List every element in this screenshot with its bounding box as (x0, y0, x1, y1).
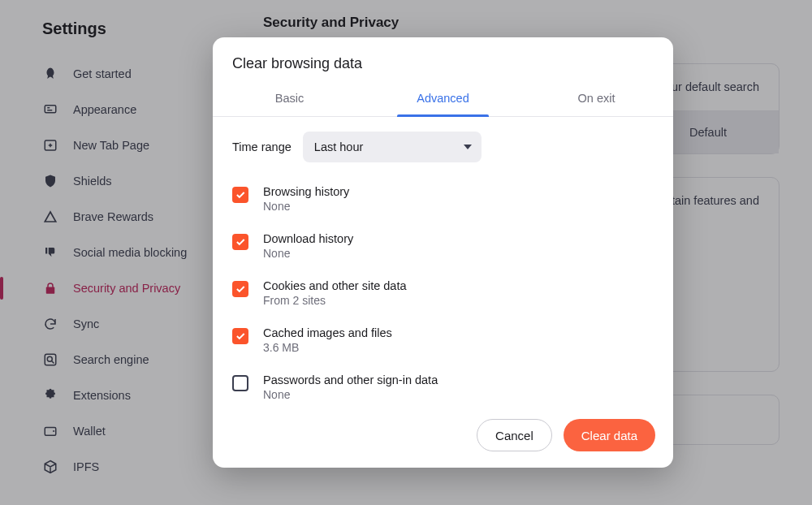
time-range-label: Time range (232, 140, 292, 153)
checkbox-cookies[interactable] (232, 281, 248, 297)
dialog-body: Time range Last hour Browsing history No… (213, 117, 673, 404)
time-range-select[interactable]: Last hour (303, 132, 482, 162)
option-subtitle: From 2 sites (263, 294, 407, 307)
dialog-buttons: Cancel Clear data (213, 404, 673, 468)
option-browsing-history[interactable]: Browsing history None (232, 177, 654, 224)
dialog-tabs: Basic Advanced On exit (213, 84, 673, 117)
chevron-down-icon (464, 145, 472, 149)
option-title: Browsing history (263, 185, 349, 198)
checkbox-browsing-history[interactable] (232, 187, 248, 203)
clear-data-button[interactable]: Clear data (564, 419, 655, 451)
option-subtitle: None (263, 247, 353, 260)
tab-on-exit[interactable]: On exit (520, 84, 673, 116)
clear-browsing-data-dialog: Clear browsing data Basic Advanced On ex… (213, 37, 673, 468)
tab-basic[interactable]: Basic (213, 84, 366, 116)
checkbox-download-history[interactable] (232, 234, 248, 250)
option-subtitle: None (263, 200, 349, 213)
option-passwords[interactable]: Passwords and other sign-in data None (232, 365, 654, 404)
dialog-title: Clear browsing data (213, 37, 673, 84)
tab-advanced[interactable]: Advanced (366, 84, 520, 116)
option-title: Download history (263, 232, 353, 245)
cancel-button[interactable]: Cancel (477, 419, 552, 451)
option-subtitle: None (263, 388, 438, 401)
option-cookies[interactable]: Cookies and other site data From 2 sites (232, 271, 654, 318)
option-title: Cookies and other site data (263, 279, 407, 292)
time-range-value: Last hour (314, 140, 363, 153)
checkbox-cached-images[interactable] (232, 328, 248, 344)
option-subtitle: 3.6 MB (263, 341, 392, 354)
option-download-history[interactable]: Download history None (232, 224, 654, 271)
option-title: Passwords and other sign-in data (263, 373, 438, 386)
option-title: Cached images and files (263, 326, 392, 339)
option-cached-images[interactable]: Cached images and files 3.6 MB (232, 318, 654, 365)
checkbox-passwords[interactable] (232, 375, 248, 391)
